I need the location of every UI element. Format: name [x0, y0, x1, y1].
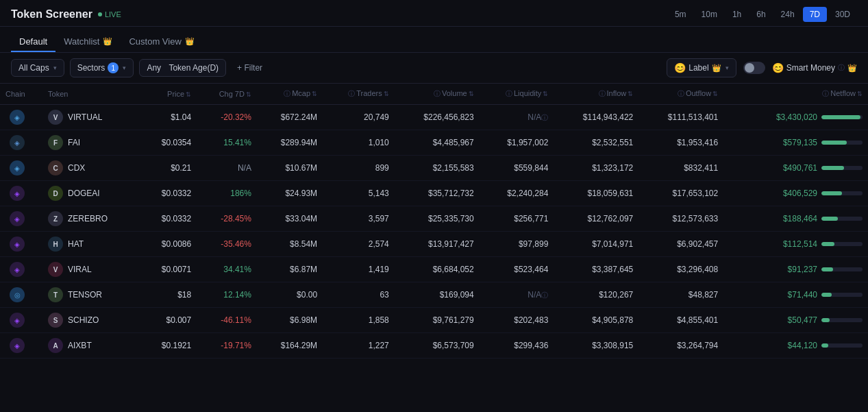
col-label: Price — [167, 90, 184, 98]
token-icon: H — [48, 237, 63, 252]
netflow-cell: $71,440 — [723, 282, 868, 308]
header: Token Screener LIVE 5m10m1h6h24h7D30D — [0, 0, 868, 27]
chain-icon: ◈ — [10, 211, 25, 226]
smart-money-crown-icon: 👑 — [847, 64, 857, 73]
table-row[interactable]: ◈ D DOGEAI $0.0332186%$24.93M5,143$35,71… — [0, 181, 868, 206]
chg-cell: -28.45% — [197, 206, 257, 232]
col-label: Liquidity — [514, 89, 541, 97]
table-row[interactable]: ◈ V VIRAL $0.007134.41%$6.87M1,419$6,684… — [0, 257, 868, 282]
token-cell: F FAI — [42, 130, 140, 156]
tab-watchlist[interactable]: Watchlist👑 — [55, 32, 121, 52]
token-cell-inner: T TENSOR — [48, 287, 135, 302]
time-btn-30d[interactable]: 30D — [828, 7, 857, 22]
chg-cell: 186% — [197, 181, 257, 206]
chain-cell: ◈ — [0, 308, 42, 333]
smart-money-info-icon: ⓘ — [838, 63, 845, 73]
netflow-bar-cell: $188,464 — [729, 214, 863, 223]
col-liquidity[interactable]: ⓘLiquidity⇅ — [480, 84, 554, 105]
token-cell: T TENSOR — [42, 282, 140, 308]
token-icon: T — [48, 287, 63, 302]
token-cell: V VIRTUAL — [42, 105, 140, 130]
time-btn-24h[interactable]: 24h — [774, 7, 802, 22]
col-label: Mcap — [292, 89, 310, 97]
tab-label: Default — [19, 36, 47, 47]
label-crown-icon: 👑 — [712, 64, 721, 73]
time-btn-10m[interactable]: 10m — [695, 7, 724, 22]
col-chg-7d[interactable]: Chg 7D⇅ — [197, 84, 257, 105]
table-row[interactable]: ◈ S SCHIZO $0.007-46.11%$6.98M1,858$9,76… — [0, 308, 868, 333]
col-price[interactable]: Price⇅ — [140, 84, 197, 105]
time-btn-1h[interactable]: 1h — [726, 7, 748, 22]
smart-money-label: Smart Money — [786, 63, 835, 73]
tab-default[interactable]: Default — [11, 32, 55, 52]
col-volume[interactable]: ⓘVolume⇅ — [395, 84, 480, 105]
smart-money-toggle[interactable] — [743, 62, 765, 74]
token-cell: S SCHIZO — [42, 308, 140, 333]
table-row[interactable]: ◈ C CDX $0.21N/A$10.67M899$2,155,583$559… — [0, 156, 868, 181]
traders-cell: 1,010 — [323, 130, 395, 156]
volume-cell: $25,335,730 — [395, 206, 480, 232]
add-filter-btn[interactable]: + Filter — [232, 60, 268, 76]
liquidity-na: N/A — [528, 112, 541, 122]
token-icon: Z — [48, 211, 63, 226]
time-btn-6h[interactable]: 6h — [749, 7, 772, 22]
mcap-cell: $24.93M — [257, 181, 323, 206]
token-cell: C CDX — [42, 156, 140, 181]
inflow-cell: $3,308,915 — [554, 333, 638, 359]
token-name: VIRTUAL — [68, 112, 102, 122]
col-sort-icon: ⇅ — [712, 90, 718, 97]
sectors-filter[interactable]: Sectors 1 ▾ — [70, 58, 134, 77]
liquidity-na: N/A — [528, 290, 541, 300]
mcap-cell: $6.87M — [257, 257, 323, 282]
price-cell: $18 — [140, 282, 197, 308]
table-row[interactable]: ◈ V VIRTUAL $1.04-20.32%$672.24M20,749$2… — [0, 105, 868, 130]
mcap-cell: $289.94M — [257, 130, 323, 156]
col-sort-icon: ⇅ — [857, 90, 863, 97]
token-cell: A AIXBT — [42, 333, 140, 359]
table-row[interactable]: ◎ T TENSOR $1812.14%$0.0063$169,094N/Aⓘ$… — [0, 282, 868, 308]
age-filter[interactable]: Any Token Age(D) — [139, 59, 226, 77]
liquidity-cell: $523,464 — [480, 257, 554, 282]
live-badge: LIVE — [98, 10, 121, 19]
netflow-bar-inner — [821, 318, 830, 322]
chain-cell: ◎ — [0, 282, 42, 308]
token-cell-inner: C CDX — [48, 160, 135, 175]
col-info-icon: ⓘ — [599, 90, 606, 97]
col-outflow[interactable]: ⓘOutflow⇅ — [638, 84, 723, 105]
chg-cell: 34.41% — [197, 257, 257, 282]
netflow-bar-outer — [821, 166, 863, 170]
time-btn-5m[interactable]: 5m — [668, 7, 693, 22]
netflow-cell: $44,120 — [723, 333, 868, 359]
tab-custom-view[interactable]: Custom View👑 — [121, 32, 202, 52]
table-row[interactable]: ◈ F FAI $0.035415.41%$289.94M1,010$4,485… — [0, 130, 868, 156]
table-head: ChainTokenPrice⇅Chg 7D⇅ⓘMcap⇅ⓘTraders⇅ⓘV… — [0, 84, 868, 105]
col-label: Volume — [442, 89, 467, 97]
netflow-value: $71,440 — [769, 290, 817, 300]
liquidity-info-icon: ⓘ — [541, 114, 548, 121]
time-btn-7d[interactable]: 7D — [803, 7, 827, 22]
table-row[interactable]: ◈ A AIXBT $0.1921-19.71%$164.29M1,227$6,… — [0, 333, 868, 359]
label-filter-btn[interactable]: 😊 Label 👑 ▾ — [667, 58, 736, 77]
token-cell-inner: V VIRAL — [48, 262, 135, 277]
netflow-bar-cell: $112,514 — [729, 239, 863, 249]
token-cell-inner: A AIXBT — [48, 338, 135, 353]
price-cell: $0.0332 — [140, 181, 197, 206]
col-netflow[interactable]: ⓘNetflow⇅ — [723, 84, 868, 105]
token-name: AIXBT — [68, 341, 92, 350]
tab-label: Watchlist — [64, 36, 99, 47]
col-mcap[interactable]: ⓘMcap⇅ — [257, 84, 323, 105]
table-row[interactable]: ◈ H HAT $0.0086-35.46%$8.54M2,574$13,917… — [0, 232, 868, 257]
chain-icon: ◈ — [10, 135, 25, 150]
volume-cell: $4,485,967 — [395, 130, 480, 156]
col-inflow[interactable]: ⓘInflow⇅ — [554, 84, 638, 105]
caps-filter[interactable]: All Caps ▾ — [11, 59, 64, 77]
col-traders[interactable]: ⓘTraders⇅ — [323, 84, 395, 105]
chg-cell: -19.71% — [197, 333, 257, 359]
sectors-badge: 1 — [108, 62, 119, 73]
mcap-cell: $672.24M — [257, 105, 323, 130]
token-name: VIRAL — [68, 265, 92, 274]
liquidity-cell: N/Aⓘ — [480, 105, 554, 130]
netflow-bar-outer — [821, 242, 863, 246]
netflow-bar-outer — [821, 318, 863, 322]
table-row[interactable]: ◈ Z ZEREBRO $0.0332-28.45%$33.04M3,597$2… — [0, 206, 868, 232]
